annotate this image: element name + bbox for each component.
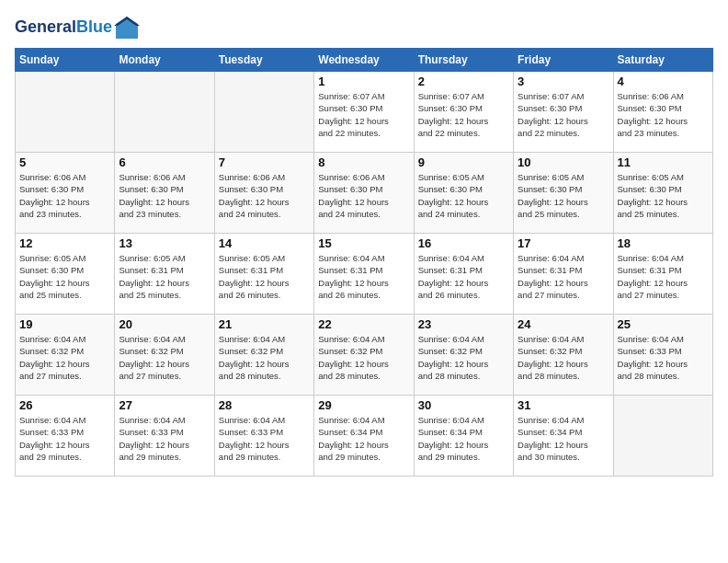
weekday-header: Saturday (613, 49, 712, 72)
calendar-cell: 3Sunrise: 6:07 AM Sunset: 6:30 PM Daylig… (514, 72, 613, 153)
day-info: Sunrise: 6:04 AM Sunset: 6:32 PM Dayligh… (119, 333, 210, 382)
calendar-cell: 20Sunrise: 6:04 AM Sunset: 6:32 PM Dayli… (115, 315, 214, 396)
day-info: Sunrise: 6:04 AM Sunset: 6:32 PM Dayligh… (318, 333, 409, 382)
day-info: Sunrise: 6:05 AM Sunset: 6:31 PM Dayligh… (119, 252, 210, 301)
day-number: 18 (618, 236, 709, 250)
weekday-header: Tuesday (214, 49, 313, 72)
day-info: Sunrise: 6:04 AM Sunset: 6:33 PM Dayligh… (618, 333, 709, 382)
day-info: Sunrise: 6:06 AM Sunset: 6:30 PM Dayligh… (19, 171, 110, 220)
day-info: Sunrise: 6:04 AM Sunset: 6:32 PM Dayligh… (518, 333, 609, 382)
day-number: 20 (119, 317, 210, 331)
calendar-cell: 28Sunrise: 6:04 AM Sunset: 6:33 PM Dayli… (214, 396, 313, 477)
day-number: 2 (418, 75, 509, 88)
day-info: Sunrise: 6:04 AM Sunset: 6:34 PM Dayligh… (418, 414, 509, 463)
weekday-header: Monday (115, 49, 214, 72)
day-number: 13 (119, 236, 210, 250)
calendar-cell: 18Sunrise: 6:04 AM Sunset: 6:31 PM Dayli… (613, 234, 712, 315)
calendar-week-row: 5Sunrise: 6:06 AM Sunset: 6:30 PM Daylig… (16, 153, 713, 234)
calendar-week-row: 1Sunrise: 6:07 AM Sunset: 6:30 PM Daylig… (16, 72, 713, 153)
logo-icon (114, 15, 140, 40)
day-number: 22 (318, 317, 409, 331)
svg-marker-0 (116, 17, 138, 39)
day-info: Sunrise: 6:07 AM Sunset: 6:30 PM Dayligh… (318, 90, 409, 139)
calendar-cell: 25Sunrise: 6:04 AM Sunset: 6:33 PM Dayli… (613, 315, 712, 396)
calendar-cell: 12Sunrise: 6:05 AM Sunset: 6:30 PM Dayli… (16, 234, 115, 315)
calendar-cell (613, 396, 712, 477)
calendar-cell: 14Sunrise: 6:05 AM Sunset: 6:31 PM Dayli… (214, 234, 313, 315)
calendar-cell: 9Sunrise: 6:05 AM Sunset: 6:30 PM Daylig… (414, 153, 513, 234)
page-container: GeneralBlue SundayMondayTuesdayWednesday… (0, 0, 728, 486)
calendar-cell: 22Sunrise: 6:04 AM Sunset: 6:32 PM Dayli… (314, 315, 414, 396)
calendar-cell: 1Sunrise: 6:07 AM Sunset: 6:30 PM Daylig… (314, 72, 414, 153)
day-number: 9 (418, 155, 509, 169)
calendar-cell: 31Sunrise: 6:04 AM Sunset: 6:34 PM Dayli… (514, 396, 613, 477)
calendar-cell: 4Sunrise: 6:06 AM Sunset: 6:30 PM Daylig… (613, 72, 712, 153)
weekday-header: Thursday (414, 49, 513, 72)
calendar-cell: 21Sunrise: 6:04 AM Sunset: 6:32 PM Dayli… (214, 315, 313, 396)
calendar-header-row: SundayMondayTuesdayWednesdayThursdayFrid… (16, 49, 713, 72)
logo: GeneralBlue (15, 15, 140, 40)
day-number: 4 (618, 75, 709, 88)
day-info: Sunrise: 6:07 AM Sunset: 6:30 PM Dayligh… (518, 90, 609, 139)
day-info: Sunrise: 6:04 AM Sunset: 6:34 PM Dayligh… (518, 414, 609, 463)
day-number: 31 (518, 398, 609, 412)
calendar-cell: 15Sunrise: 6:04 AM Sunset: 6:31 PM Dayli… (314, 234, 414, 315)
calendar-week-row: 12Sunrise: 6:05 AM Sunset: 6:30 PM Dayli… (16, 234, 713, 315)
day-number: 30 (418, 398, 509, 412)
day-info: Sunrise: 6:04 AM Sunset: 6:31 PM Dayligh… (318, 252, 409, 301)
day-number: 24 (518, 317, 609, 331)
calendar-cell: 5Sunrise: 6:06 AM Sunset: 6:30 PM Daylig… (16, 153, 115, 234)
day-number: 25 (618, 317, 709, 331)
calendar-cell: 7Sunrise: 6:06 AM Sunset: 6:30 PM Daylig… (214, 153, 313, 234)
calendar-table: SundayMondayTuesdayWednesdayThursdayFrid… (15, 48, 713, 477)
day-info: Sunrise: 6:06 AM Sunset: 6:30 PM Dayligh… (119, 171, 210, 220)
day-info: Sunrise: 6:05 AM Sunset: 6:30 PM Dayligh… (19, 252, 110, 301)
day-info: Sunrise: 6:04 AM Sunset: 6:31 PM Dayligh… (618, 252, 709, 301)
day-number: 26 (19, 398, 110, 412)
day-number: 14 (219, 236, 310, 250)
calendar-body: 1Sunrise: 6:07 AM Sunset: 6:30 PM Daylig… (16, 72, 713, 477)
day-info: Sunrise: 6:07 AM Sunset: 6:30 PM Dayligh… (418, 90, 509, 139)
day-info: Sunrise: 6:04 AM Sunset: 6:34 PM Dayligh… (318, 414, 409, 463)
weekday-header: Sunday (16, 49, 115, 72)
day-number: 28 (219, 398, 310, 412)
day-number: 3 (518, 75, 609, 88)
day-number: 21 (219, 317, 310, 331)
day-number: 15 (318, 236, 409, 250)
day-info: Sunrise: 6:06 AM Sunset: 6:30 PM Dayligh… (219, 171, 310, 220)
calendar-cell: 26Sunrise: 6:04 AM Sunset: 6:33 PM Dayli… (16, 396, 115, 477)
day-number: 1 (318, 75, 409, 88)
day-info: Sunrise: 6:04 AM Sunset: 6:31 PM Dayligh… (418, 252, 509, 301)
calendar-cell: 16Sunrise: 6:04 AM Sunset: 6:31 PM Dayli… (414, 234, 513, 315)
calendar-cell: 19Sunrise: 6:04 AM Sunset: 6:32 PM Dayli… (16, 315, 115, 396)
day-info: Sunrise: 6:04 AM Sunset: 6:32 PM Dayligh… (418, 333, 509, 382)
calendar-cell: 13Sunrise: 6:05 AM Sunset: 6:31 PM Dayli… (115, 234, 214, 315)
day-number: 6 (119, 155, 210, 169)
calendar-week-row: 26Sunrise: 6:04 AM Sunset: 6:33 PM Dayli… (16, 396, 713, 477)
day-number: 27 (119, 398, 210, 412)
day-number: 11 (618, 155, 709, 169)
day-number: 7 (219, 155, 310, 169)
day-info: Sunrise: 6:06 AM Sunset: 6:30 PM Dayligh… (618, 90, 709, 139)
calendar-cell (214, 72, 313, 153)
day-number: 10 (518, 155, 609, 169)
calendar-cell: 2Sunrise: 6:07 AM Sunset: 6:30 PM Daylig… (414, 72, 513, 153)
calendar-cell: 6Sunrise: 6:06 AM Sunset: 6:30 PM Daylig… (115, 153, 214, 234)
day-number: 8 (318, 155, 409, 169)
calendar-cell (115, 72, 214, 153)
calendar-cell: 29Sunrise: 6:04 AM Sunset: 6:34 PM Dayli… (314, 396, 414, 477)
day-info: Sunrise: 6:05 AM Sunset: 6:30 PM Dayligh… (418, 171, 509, 220)
day-info: Sunrise: 6:05 AM Sunset: 6:31 PM Dayligh… (219, 252, 310, 301)
day-number: 12 (19, 236, 110, 250)
day-info: Sunrise: 6:04 AM Sunset: 6:32 PM Dayligh… (219, 333, 310, 382)
calendar-cell: 11Sunrise: 6:05 AM Sunset: 6:30 PM Dayli… (613, 153, 712, 234)
day-number: 5 (19, 155, 110, 169)
header: GeneralBlue (15, 15, 713, 40)
calendar-cell (16, 72, 115, 153)
calendar-cell: 24Sunrise: 6:04 AM Sunset: 6:32 PM Dayli… (514, 315, 613, 396)
day-number: 29 (318, 398, 409, 412)
day-info: Sunrise: 6:05 AM Sunset: 6:30 PM Dayligh… (518, 171, 609, 220)
calendar-week-row: 19Sunrise: 6:04 AM Sunset: 6:32 PM Dayli… (16, 315, 713, 396)
calendar-cell: 8Sunrise: 6:06 AM Sunset: 6:30 PM Daylig… (314, 153, 414, 234)
weekday-header: Friday (514, 49, 613, 72)
